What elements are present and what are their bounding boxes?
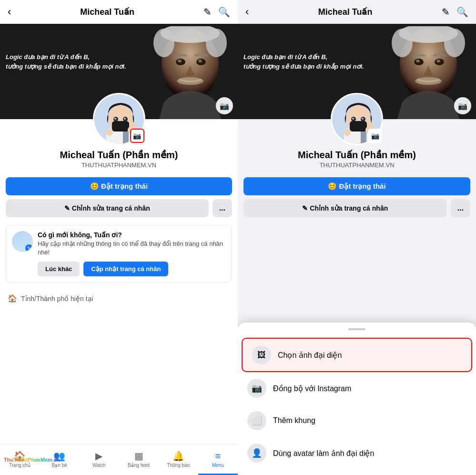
svg-point-6 — [178, 60, 182, 62]
svg-point-8 — [177, 77, 203, 85]
left-back-button[interactable]: ‹ — [8, 6, 11, 18]
sheet-item-avatar[interactable]: 👤 Dùng avatar làm ảnh đại diện — [238, 437, 476, 469]
svg-point-31 — [415, 77, 442, 85]
left-profile-website: THUTHUATPHANMEM.VN — [81, 162, 156, 169]
right-profile-website: THUTHUATPHANMEM.VN — [319, 162, 394, 169]
left-menu-label: Menu — [212, 463, 224, 468]
left-panel: ‹ Micheal Tuấn ✎ 🔍 Logic đưa bạn đi từ A… — [0, 0, 238, 475]
right-panel: ‹ Micheal Tuấn ✎ 🔍 Logic đưa bạn đi từ A… — [238, 0, 476, 475]
left-location-icon: 🏠 — [8, 294, 17, 303]
right-search-icon[interactable]: 🔍 — [456, 6, 468, 18]
svg-point-22 — [106, 129, 113, 136]
svg-point-17 — [114, 118, 116, 120]
left-cover-quote: Logic đưa bạn đi từ A đến B, tưởng tượng… — [6, 52, 126, 71]
left-feed-label: Bảng feed — [128, 463, 150, 468]
svg-point-2 — [153, 29, 174, 57]
left-notif-content: Có gì mới không, Tuấn ơi? Hãy cập nhật n… — [38, 231, 226, 276]
left-location-row: 🏠 Tỉnh/Thành phố hiện tại — [0, 288, 238, 309]
sheet-item-instagram[interactable]: 📷 Đồng bộ với Instagram — [238, 372, 476, 404]
right-avatar-camera-button[interactable]: 📷 — [368, 129, 382, 143]
left-watch-label: Watch — [92, 463, 106, 468]
right-back-button[interactable]: ‹ — [245, 6, 249, 18]
sheet-avatar-icon: 👤 — [247, 444, 266, 463]
right-nav-title: Micheal Tuấn — [318, 7, 373, 17]
right-secondary-buttons: ✎ Chỉnh sửa trang cá nhân ... — [243, 199, 470, 217]
sheet-instagram-icon: 📷 — [247, 379, 266, 398]
left-home-label: Trang chủ — [9, 463, 30, 468]
sheet-handle — [348, 328, 365, 330]
left-top-nav: ‹ Micheal Tuấn ✎ 🔍 — [0, 0, 238, 24]
left-cover-camera-button[interactable]: 📷 — [216, 97, 233, 114]
sheet-instagram-text: Đồng bộ với Instagram — [273, 384, 351, 393]
svg-rect-37 — [350, 121, 367, 131]
left-notif-buttons: Lúc khác Cập nhật trang cá nhân — [38, 262, 226, 276]
left-set-status-button[interactable]: 😊 Đặt trạng thái — [6, 177, 232, 195]
right-edit-icon[interactable]: ✎ — [442, 6, 450, 18]
left-menu-icon: ≡ — [215, 451, 221, 462]
left-edit-profile-button[interactable]: ✎ Chỉnh sửa trang cá nhân — [6, 199, 209, 217]
left-nav-watch[interactable]: ▶ Watch — [79, 445, 119, 475]
left-nav-friends[interactable]: 👥 Bạn bè — [40, 445, 79, 475]
left-location-text: Tỉnh/Thành phố hiện tại — [21, 295, 93, 303]
svg-point-29 — [416, 60, 420, 62]
left-nav-title: Micheal Tuấn — [80, 7, 134, 17]
left-update-button[interactable]: Cập nhật trang cá nhân — [83, 262, 168, 276]
svg-point-30 — [436, 60, 440, 62]
svg-point-25 — [392, 29, 413, 57]
svg-point-7 — [198, 60, 202, 62]
svg-point-3 — [206, 29, 227, 57]
left-notification-card: ✎ Có gì mới không, Tuấn ơi? Hãy cập nhật… — [6, 225, 232, 283]
right-edit-profile-button[interactable]: ✎ Chỉnh sửa trang cá nhân — [243, 199, 447, 217]
svg-point-45 — [344, 129, 351, 136]
left-nav-home[interactable]: 🏠 Trang chủ — [0, 445, 40, 475]
right-profile-section: 📷 Micheal Tuấn (Phần mềm) THUTHUATPHANME… — [238, 119, 476, 173]
right-cover-camera-button[interactable]: 📷 — [454, 97, 471, 114]
right-nav-icons: ✎ 🔍 — [442, 6, 468, 18]
sheet-item-frame[interactable]: ⬜ Thêm khung — [238, 404, 476, 437]
sheet-choose-photo-text: Chọn ảnh đại diện — [278, 351, 342, 360]
left-home-icon: 🏠 — [14, 450, 26, 462]
left-profile-name: Micheal Tuấn (Phần mềm) — [60, 149, 178, 161]
left-profile-section: 📷 Micheal Tuấn (Phần mềm) THUTHUATPHANME… — [0, 119, 238, 173]
left-friends-icon: 👥 — [53, 450, 65, 462]
left-notif-edit-badge: ✎ — [25, 244, 33, 252]
sheet-frame-text: Thêm khung — [273, 416, 315, 425]
left-feed-icon: ▦ — [134, 450, 143, 462]
right-more-button[interactable]: ... — [451, 199, 470, 217]
left-notif-body: Hãy cập nhật những thông tin có thể đã t… — [38, 240, 226, 257]
left-notif-avatar: ✎ — [12, 231, 33, 252]
left-watch-icon: ▶ — [95, 450, 102, 462]
right-profile-name: Micheal Tuấn (Phần mềm) — [298, 149, 416, 161]
left-more-button[interactable]: ... — [213, 199, 232, 217]
left-friends-label: Bạn bè — [52, 463, 67, 468]
left-notifications-icon: 🔔 — [172, 450, 184, 462]
sheet-avatar-text: Dùng avatar làm ảnh đại diện — [273, 449, 374, 458]
right-btn-row: 😊 Đặt trạng thái ✎ Chỉnh sửa trang cá nh… — [238, 173, 476, 221]
right-bottom-sheet: 🖼 Chọn ảnh đại diện 📷 Đồng bộ với Instag… — [238, 323, 476, 475]
left-secondary-buttons: ✎ Chỉnh sửa trang cá nhân ... — [6, 199, 232, 217]
left-search-icon[interactable]: 🔍 — [218, 6, 230, 18]
left-nav-feed[interactable]: ▦ Bảng feed — [119, 445, 159, 475]
left-later-button[interactable]: Lúc khác — [38, 262, 80, 276]
sheet-frame-icon: ⬜ — [247, 411, 266, 430]
sheet-item-choose-photo[interactable]: 🖼 Chọn ảnh đại diện — [242, 338, 472, 372]
left-avatar-wrapper: 📷 — [93, 93, 145, 145]
right-avatar-wrapper: 📷 — [331, 93, 383, 145]
svg-point-40 — [352, 118, 354, 120]
left-btn-row: 😊 Đặt trạng thái ✎ Chỉnh sửa trang cá nh… — [0, 173, 238, 221]
left-edit-icon[interactable]: ✎ — [203, 6, 212, 18]
svg-point-41 — [362, 118, 364, 120]
right-top-nav: ‹ Micheal Tuấn ✎ 🔍 — [238, 0, 476, 24]
left-bottom-nav: 🏠 Trang chủ 👥 Bạn bè ▶ Watch ▦ Bảng feed… — [0, 444, 238, 475]
left-notifications-label: Thông báo — [167, 463, 190, 468]
right-cover-quote: Logic đưa bạn đi từ A đến B, tưởng tượng… — [243, 52, 364, 71]
svg-point-18 — [124, 118, 126, 120]
left-nav-menu[interactable]: ≡ Menu — [198, 445, 238, 475]
svg-rect-14 — [112, 121, 129, 131]
left-nav-icons: ✎ 🔍 — [203, 6, 230, 18]
left-nav-notifications[interactable]: 🔔 Thông báo — [159, 445, 198, 475]
right-set-status-button[interactable]: 😊 Đặt trạng thái — [243, 177, 470, 195]
left-avatar-camera-button[interactable]: 📷 — [130, 129, 144, 143]
svg-point-26 — [444, 29, 465, 57]
sheet-choose-photo-icon: 🖼 — [252, 345, 271, 364]
